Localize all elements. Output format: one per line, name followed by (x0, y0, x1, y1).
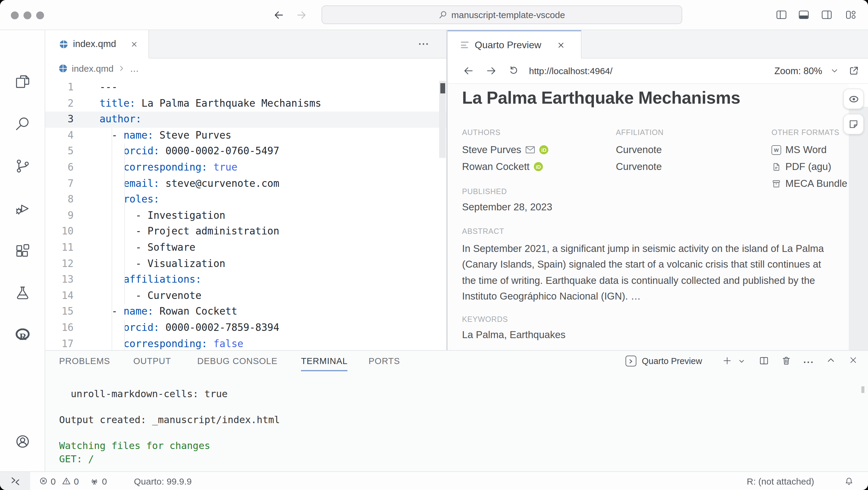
terminal-scrollbar-thumb[interactable] (861, 386, 864, 393)
tab-index-qmd[interactable]: index.qmd (45, 30, 149, 59)
line-number: 17 (45, 336, 73, 350)
tab-close-icon[interactable] (557, 41, 565, 49)
panel-tab-terminal[interactable]: TERMINAL (301, 356, 348, 371)
code-line-3[interactable]: 3author: (45, 111, 446, 128)
code-line-12[interactable]: 12 - Visualization (45, 256, 446, 272)
bottom-panel: PROBLEMSOUTPUTDEBUG CONSOLETERMINALPORTS… (45, 350, 868, 471)
orcid-icon[interactable]: iD (534, 162, 543, 171)
breadcrumb-more[interactable]: … (130, 63, 139, 73)
preview-back-icon[interactable] (463, 65, 474, 76)
toggle-primary-sidebar-icon[interactable] (776, 9, 787, 21)
terminal-output[interactable]: unroll-markdown-cells: true Output creat… (59, 388, 280, 465)
toggle-secondary-sidebar-icon[interactable] (821, 9, 832, 21)
preview-url[interactable]: http://localhost:4964/ (529, 66, 613, 76)
zoom-level-label[interactable]: Zoom: 80% (774, 65, 822, 76)
code-line-8[interactable]: 8 roles: (45, 192, 446, 208)
preview-forward-icon[interactable] (486, 65, 497, 76)
tab-quarto-preview[interactable]: Quarto Preview (447, 30, 582, 59)
sidebar-item-r-language[interactable]: R (14, 327, 31, 343)
remote-indicator[interactable] (0, 472, 30, 490)
code-line-16[interactable]: 16 orcid: 0000-0002-7859-8394 (45, 320, 446, 336)
email-icon[interactable] (525, 146, 535, 154)
line-number: 3 (45, 111, 73, 128)
activity-bar: R (0, 30, 45, 471)
sidebar-item-explorer[interactable] (14, 73, 31, 90)
preview-toolbar: http://localhost:4964/ Zoom: 80% (447, 59, 868, 84)
window-zoom-button[interactable] (36, 11, 44, 19)
open-external-icon[interactable] (848, 65, 860, 76)
code-line-7[interactable]: 7 email: steve@curvenote.com (45, 176, 446, 192)
window-minimize-button[interactable] (24, 11, 31, 19)
editor-more-actions-icon[interactable] (418, 40, 429, 47)
code-line-1[interactable]: 1--- (45, 79, 446, 96)
breadcrumb[interactable]: index.qmd … (45, 59, 446, 78)
panel-tab-output[interactable]: OUTPUT (133, 356, 171, 370)
preview-reload-icon[interactable] (508, 65, 519, 76)
code-line-9[interactable]: 9 - Investigation (45, 208, 446, 224)
error-count: 0 (51, 476, 56, 486)
sidebar-item-extensions[interactable] (14, 242, 31, 259)
panel-tab-ports[interactable]: PORTS (369, 356, 400, 370)
r-session-status[interactable]: R: (not attached) (747, 472, 814, 490)
close-panel-icon[interactable] (849, 356, 858, 365)
other-formats-label: OTHER FORMATS (772, 128, 849, 137)
sidebar-item-source-control[interactable] (14, 158, 31, 174)
visibility-eye-button[interactable] (843, 89, 864, 109)
ports-status[interactable]: 0 (89, 472, 107, 490)
terminal-selector[interactable]: Quarto Preview (625, 356, 702, 366)
terminal-line (59, 400, 280, 414)
code-line-4[interactable]: 4 - name: Steve Purves (45, 128, 446, 144)
line-number: 8 (45, 192, 73, 208)
format-link-pdf-agu-[interactable]: PDF (agu) (772, 161, 831, 172)
maximize-panel-chevron-up-icon[interactable] (826, 356, 835, 365)
panel-tab-debug-console[interactable]: DEBUG CONSOLE (197, 356, 277, 370)
problems-status[interactable]: 0 0 (39, 472, 79, 490)
command-center-search[interactable]: manuscript-template-vscode (321, 5, 682, 24)
orcid-icon[interactable]: iD (539, 145, 548, 154)
format-link-meca-bundle[interactable]: MECA Bundle (772, 178, 847, 189)
format-link-ms-word[interactable]: wMS Word (772, 144, 827, 156)
kill-terminal-trash-icon[interactable] (781, 356, 792, 366)
window-close-button[interactable] (11, 11, 19, 19)
panel-tab-problems[interactable]: PROBLEMS (59, 356, 110, 370)
error-icon (39, 476, 48, 486)
tab-label: Quarto Preview (475, 39, 541, 50)
breadcrumb-file[interactable]: index.qmd (72, 63, 114, 73)
code-line-5[interactable]: 5 orcid: 0000-0002-0760-5497 (45, 144, 446, 160)
affiliation-label: AFFILIATION (616, 128, 737, 137)
code-line-17[interactable]: 17 corresponding: false (45, 336, 446, 350)
accounts-icon[interactable] (14, 433, 31, 450)
quarto-file-icon (59, 64, 67, 72)
code-line-10[interactable]: 10 - Project administration (45, 224, 446, 240)
terminal-dropdown-chevron-icon[interactable] (738, 358, 745, 365)
code-line-15[interactable]: 15 - name: Rowan Cockett (45, 304, 446, 320)
sidebar-item-testing[interactable] (14, 285, 31, 301)
code-line-2[interactable]: 2title: La Palma Earthquake Mechanisms (45, 96, 446, 111)
sidebar-item-search[interactable] (14, 116, 31, 132)
panel-more-actions-icon[interactable] (803, 359, 814, 365)
code-editor[interactable]: 1---2title: La Palma Earthquake Mechanis… (45, 79, 446, 350)
code-line-14[interactable]: 14 - Curvenote (45, 288, 446, 304)
document-title: La Palma Earthquake Mechanisms (462, 88, 740, 108)
quarto-version-status[interactable]: Quarto: 99.9.9 (134, 472, 192, 490)
code-line-6[interactable]: 6 corresponding: true (45, 160, 446, 176)
editor-scrollbar-thumb[interactable] (440, 83, 445, 93)
notifications-bell-icon[interactable] (844, 472, 854, 490)
history-forward-button[interactable] (296, 9, 308, 21)
history-back-button[interactable] (273, 9, 285, 21)
code-line-13[interactable]: 13 affiliations: (45, 272, 446, 288)
editor-tab-bar: index.qmd (45, 30, 446, 59)
toggle-panel-icon[interactable] (798, 9, 809, 21)
new-terminal-icon[interactable] (722, 356, 732, 366)
abstract-text: In September 2021, a significant jump in… (462, 240, 835, 304)
tab-close-icon[interactable] (130, 40, 138, 48)
split-terminal-icon[interactable] (759, 356, 769, 366)
notes-button[interactable] (843, 114, 864, 134)
code-line-11[interactable]: 11 - Software (45, 240, 446, 256)
terminal-name: Quarto Preview (642, 356, 702, 366)
customize-layout-icon[interactable] (845, 9, 857, 21)
zoom-chevron-down-icon[interactable] (831, 67, 838, 75)
line-number: 4 (45, 128, 73, 144)
warning-count: 0 (74, 476, 79, 486)
sidebar-item-run-debug[interactable] (14, 200, 31, 216)
